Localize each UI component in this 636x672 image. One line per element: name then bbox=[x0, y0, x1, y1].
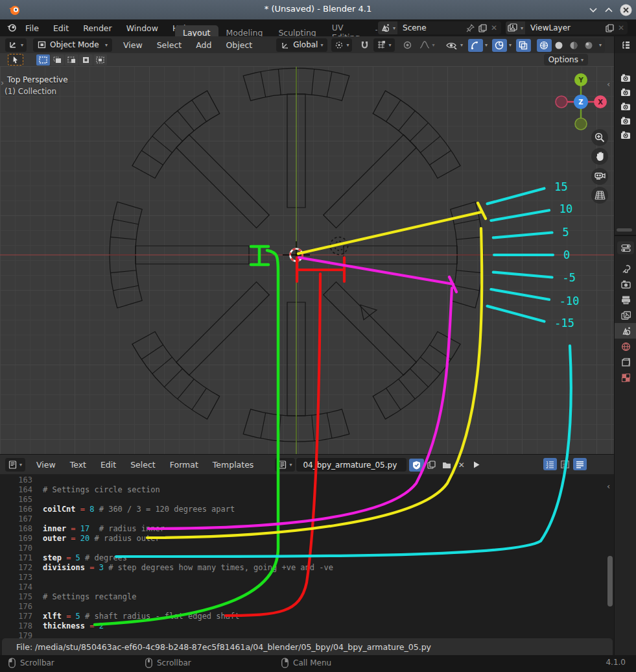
text-datablock-dropdown[interactable]: ▾ bbox=[275, 458, 295, 472]
editor-sidebar-chevron[interactable]: ‹ bbox=[607, 481, 610, 491]
zoom-button[interactable] bbox=[591, 129, 608, 146]
scene-name[interactable]: Scene bbox=[397, 23, 466, 32]
outliner-scrollbar[interactable] bbox=[617, 228, 632, 232]
text-menu-format[interactable]: Format bbox=[163, 460, 206, 470]
viewport-menu-add[interactable]: Add bbox=[189, 40, 218, 50]
code-line[interactable]: 179 bbox=[0, 631, 614, 638]
tab-scene[interactable] bbox=[615, 323, 636, 339]
code-line[interactable]: 174 bbox=[0, 582, 614, 592]
text-editor-type-button[interactable]: ▾ bbox=[5, 458, 25, 472]
camera-visibility-icon[interactable] bbox=[618, 114, 633, 127]
shading-dropdown-icon[interactable]: ▾ bbox=[599, 42, 602, 48]
code-line[interactable]: 168inner = 17 # radius inner bbox=[0, 524, 614, 534]
code-line[interactable]: 164# Settings circle section bbox=[0, 485, 614, 495]
menu-edit[interactable]: Edit bbox=[46, 23, 76, 33]
view-layer-name[interactable]: ViewLayer bbox=[525, 23, 606, 32]
active-tool-select-box-icon[interactable] bbox=[8, 54, 23, 66]
mode-dropdown[interactable]: Object Mode ▾ bbox=[33, 38, 112, 52]
new-view-layer-icon[interactable] bbox=[606, 24, 615, 32]
pivot-point-dropdown[interactable]: ▾ bbox=[331, 38, 352, 52]
app-menu-icon[interactable] bbox=[6, 23, 18, 32]
tab-render[interactable] bbox=[615, 276, 636, 292]
navigation-gizmo[interactable]: Y X Z bbox=[554, 71, 607, 131]
word-wrap-toggle[interactable] bbox=[558, 458, 572, 470]
code-line[interactable]: 172divisions = 3 # step degrees how many… bbox=[0, 563, 614, 573]
select-mode-extend-icon[interactable] bbox=[51, 54, 64, 66]
code-line[interactable]: 173 bbox=[0, 573, 614, 582]
shading-rendered-button[interactable] bbox=[582, 39, 596, 52]
overlays-dropdown-icon[interactable]: ▾ bbox=[509, 42, 512, 48]
run-script-button[interactable] bbox=[469, 459, 484, 472]
outliner-editor-type-button[interactable] bbox=[618, 39, 633, 52]
tab-tool[interactable] bbox=[615, 261, 636, 276]
options-dropdown[interactable]: Options ▾ bbox=[544, 54, 588, 66]
viewport-menu-select[interactable]: Select bbox=[150, 40, 189, 50]
scene-selector[interactable]: ▾ Scene ✕ bbox=[378, 21, 501, 34]
code-line[interactable]: 176 bbox=[0, 602, 614, 612]
remove-view-layer-icon[interactable]: ✕ bbox=[618, 23, 624, 32]
viewport-editor-type-button[interactable]: ▾ bbox=[5, 38, 27, 52]
code-line[interactable]: 163 bbox=[0, 475, 614, 485]
viewport-menu-object[interactable]: Object bbox=[218, 40, 259, 50]
proportional-falloff-dropdown[interactable]: ▾ bbox=[416, 38, 438, 52]
tab-output[interactable] bbox=[615, 292, 636, 307]
orthographic-toggle-button[interactable] bbox=[591, 187, 608, 204]
syntax-highlight-toggle[interactable] bbox=[573, 458, 587, 470]
unlink-scene-icon[interactable]: ✕ bbox=[491, 23, 497, 32]
shading-wireframe-button[interactable] bbox=[537, 39, 552, 52]
window-minimize-icon[interactable] bbox=[587, 3, 600, 16]
proportional-edit-icon[interactable] bbox=[400, 38, 415, 51]
text-menu-edit[interactable]: Edit bbox=[93, 460, 123, 470]
code-area[interactable]: 163164# Settings circle section165166coi… bbox=[0, 474, 614, 638]
gizmo-axis-y-minus[interactable] bbox=[575, 118, 587, 130]
camera-view-button[interactable] bbox=[591, 168, 608, 185]
properties-editor-type-button[interactable] bbox=[617, 241, 634, 254]
visibility-dropdown[interactable]: ▾ bbox=[446, 41, 463, 50]
code-line[interactable]: 165 bbox=[0, 495, 614, 505]
code-line[interactable]: 177xlft = 5 # shaft radius - flat edged … bbox=[0, 612, 614, 621]
shading-solid-button[interactable] bbox=[552, 39, 567, 52]
view-layer-selector[interactable]: ▾ ViewLayer ✕ bbox=[506, 21, 628, 34]
code-line[interactable]: 169outer = 20 # radius outer bbox=[0, 534, 614, 544]
snap-toggle-magnet-icon[interactable] bbox=[357, 38, 372, 51]
code-line[interactable]: 167 bbox=[0, 514, 614, 524]
viewport-menu-view[interactable]: View bbox=[116, 40, 150, 50]
code-line[interactable]: 166coilCnt = 8 # 360 / 3 = 120 degrees a… bbox=[0, 505, 614, 514]
text-menu-text[interactable]: Text bbox=[63, 460, 93, 470]
camera-visibility-icon[interactable] bbox=[618, 128, 633, 141]
show-overlays-toggle[interactable] bbox=[492, 39, 507, 52]
transform-orientation-dropdown[interactable]: Global ▾ bbox=[276, 38, 327, 52]
code-line[interactable]: 175# Settings rectangle bbox=[0, 592, 614, 602]
tab-world[interactable] bbox=[615, 339, 636, 354]
select-mode-subtract-icon[interactable] bbox=[65, 54, 78, 66]
register-script-shield-icon[interactable] bbox=[409, 459, 424, 472]
pin-icon[interactable] bbox=[466, 24, 475, 32]
menu-render[interactable]: Render bbox=[76, 23, 119, 33]
tab-object[interactable] bbox=[615, 354, 636, 370]
code-line[interactable]: 178thickness = 2 bbox=[0, 621, 614, 631]
tab-view-layer[interactable] bbox=[615, 307, 636, 323]
line-numbers-toggle[interactable]: 1 2 bbox=[543, 458, 557, 470]
text-menu-templates[interactable]: Templates bbox=[206, 460, 261, 470]
xray-toggle[interactable] bbox=[516, 39, 531, 52]
gizmo-dropdown-icon[interactable]: ▾ bbox=[485, 42, 488, 48]
pan-hand-button[interactable] bbox=[591, 148, 608, 165]
shading-material-button[interactable] bbox=[567, 39, 582, 52]
text-name-field[interactable]: 04_bpy_armature_05.py bbox=[296, 458, 406, 472]
menu-window[interactable]: Window bbox=[119, 23, 165, 33]
window-close-icon[interactable] bbox=[619, 3, 632, 16]
new-text-icon[interactable] bbox=[424, 459, 439, 472]
text-menu-select[interactable]: Select bbox=[123, 460, 163, 470]
show-gizmo-toggle[interactable] bbox=[468, 39, 483, 52]
camera-visibility-icon[interactable] bbox=[618, 100, 633, 113]
camera-visibility-icon[interactable] bbox=[618, 71, 633, 84]
camera-visibility-icon[interactable] bbox=[618, 86, 633, 99]
scene-icon[interactable]: ▾ bbox=[378, 21, 397, 34]
unlink-text-icon[interactable]: ✕ bbox=[454, 459, 469, 472]
code-line[interactable]: 171step = 5 # degrees bbox=[0, 553, 614, 563]
select-mode-set-icon[interactable] bbox=[36, 54, 50, 66]
viewport-canvas[interactable] bbox=[0, 66, 614, 454]
text-menu-view[interactable]: View bbox=[29, 460, 63, 470]
toolbar-expand-chevron[interactable]: › bbox=[1, 78, 4, 88]
select-mode-intersect-icon[interactable] bbox=[93, 54, 107, 66]
